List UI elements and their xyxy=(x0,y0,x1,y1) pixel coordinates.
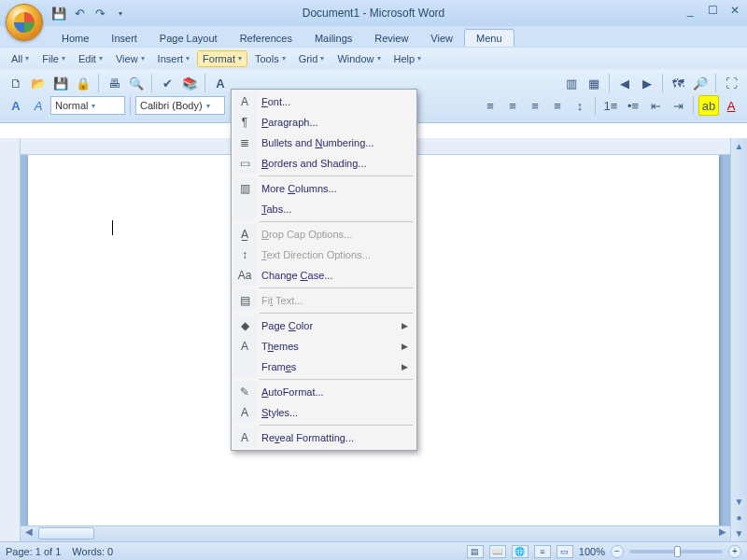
tab-home[interactable]: Home xyxy=(50,30,100,47)
justify-icon[interactable]: ≡ xyxy=(547,95,568,116)
spelling-icon[interactable]: ✔ xyxy=(157,73,177,93)
browse-prev-icon[interactable]: ● xyxy=(731,510,747,525)
menu-window[interactable]: Window▾ xyxy=(331,50,386,67)
permission-icon[interactable]: 🔒 xyxy=(73,73,93,93)
zoom-out-button[interactable]: − xyxy=(611,545,624,558)
menu-edit[interactable]: Edit▾ xyxy=(73,50,108,67)
research-icon[interactable]: 📚 xyxy=(179,73,200,93)
align-left-icon[interactable]: ≡ xyxy=(480,95,500,116)
format-menu-item[interactable]: Frames▶ xyxy=(233,357,415,377)
scroll-down-icon[interactable]: ▼ xyxy=(731,494,747,510)
menu-help[interactable]: Help▾ xyxy=(388,50,428,67)
save-icon[interactable]: 💾 xyxy=(50,73,71,93)
restore-button[interactable]: ☐ xyxy=(706,4,719,17)
open-icon[interactable]: 📂 xyxy=(28,73,49,93)
increase-indent-icon[interactable]: ⇥ xyxy=(668,95,688,116)
scroll-left-icon[interactable]: ◀ xyxy=(21,526,36,541)
minimize-button[interactable]: _ xyxy=(684,4,697,17)
zoom-in-button[interactable]: + xyxy=(728,545,741,558)
format-menu-item[interactable]: ▥More Columns... xyxy=(233,178,415,199)
zoom-fit-icon[interactable]: ⛶ xyxy=(721,73,741,93)
undo-icon[interactable]: ↶ xyxy=(71,5,88,21)
bullets-icon[interactable]: •≡ xyxy=(623,95,643,116)
font-dialog-icon[interactable]: A xyxy=(210,73,231,93)
zoom-level[interactable]: 100% xyxy=(579,546,605,557)
tab-review[interactable]: Review xyxy=(363,30,419,47)
new-icon[interactable]: 🗋 xyxy=(6,73,26,93)
decrease-indent-icon[interactable]: ⇤ xyxy=(645,95,666,116)
draft-view-icon[interactable]: ▭ xyxy=(557,545,573,558)
columns-icon[interactable]: ▥ xyxy=(561,73,582,93)
format-menu-item[interactable]: AFont... xyxy=(233,91,415,112)
format-menu-item[interactable]: ◆Page Color▶ xyxy=(233,315,415,336)
indent-icon[interactable]: ▶ xyxy=(637,73,657,93)
line-spacing-icon[interactable]: ↕ xyxy=(570,95,590,116)
highlight-icon[interactable]: ab xyxy=(698,95,719,116)
menu-tools[interactable]: Tools▾ xyxy=(249,50,291,67)
menu-file[interactable]: File▾ xyxy=(36,50,71,67)
outdent-icon[interactable]: ◀ xyxy=(614,73,635,93)
align-center-icon[interactable]: ≡ xyxy=(502,95,523,116)
tab-references[interactable]: References xyxy=(229,30,303,47)
office-button[interactable] xyxy=(6,4,43,41)
menu-item-label: Fit Text... xyxy=(256,295,402,306)
full-screen-view-icon[interactable]: 📖 xyxy=(489,545,506,558)
vertical-ruler[interactable] xyxy=(0,138,21,541)
close-button[interactable]: ✕ xyxy=(728,4,741,17)
clear-format-icon[interactable]: A xyxy=(28,95,49,116)
web-layout-view-icon[interactable]: 🌐 xyxy=(512,545,529,558)
redo-icon[interactable]: ↷ xyxy=(92,5,108,21)
qat-customize-icon[interactable]: ▾ xyxy=(112,5,129,21)
menu-item-icon: ▥ xyxy=(233,178,256,199)
menu-grid[interactable]: Grid▾ xyxy=(293,50,331,67)
menu-format[interactable]: Format▾ xyxy=(197,50,247,67)
align-right-icon[interactable]: ≡ xyxy=(525,95,545,116)
menu-item-label: Reveal Formatting... xyxy=(256,432,402,443)
menu-item-label: AutoFormat... xyxy=(256,386,402,398)
menu-item-icon: ↕ xyxy=(233,245,256,265)
format-menu-item[interactable]: ▭Borders and Shading... xyxy=(233,153,415,174)
tab-view[interactable]: View xyxy=(419,30,464,47)
menu-item-icon: ◆ xyxy=(233,315,256,336)
find-icon[interactable]: 🔎 xyxy=(690,73,711,93)
tab-menu[interactable]: Menu xyxy=(464,29,514,47)
zoom-slider[interactable] xyxy=(629,550,723,553)
save-icon[interactable]: 💾 xyxy=(50,5,67,21)
menu-item-label: Text Direction Options... xyxy=(256,249,402,260)
format-menu-item[interactable]: ✎AutoFormat... xyxy=(233,382,415,402)
browse-next-icon[interactable]: ▼ xyxy=(731,525,747,541)
status-words[interactable]: Words: 0 xyxy=(72,546,113,557)
menu-item-label: Borders and Shading... xyxy=(256,158,402,169)
vertical-scrollbar[interactable]: ▲ ▼ ● ▼ xyxy=(730,138,747,541)
tab-insert[interactable]: Insert xyxy=(100,30,148,47)
menu-view[interactable]: View▾ xyxy=(110,50,150,67)
horizontal-scrollbar[interactable]: ◀ ▶ xyxy=(21,525,730,541)
menu-insert[interactable]: Insert▾ xyxy=(152,50,196,67)
font-combo[interactable]: Calibri (Body)▾ xyxy=(135,96,225,115)
table-icon[interactable]: ▦ xyxy=(584,73,604,93)
tab-mailings[interactable]: Mailings xyxy=(303,30,363,47)
format-menu-item[interactable]: AReveal Formatting... xyxy=(233,427,415,448)
menu-item-label: Paragraph... xyxy=(256,117,402,128)
menu-item-label: Drop Cap Options... xyxy=(256,229,402,240)
doc-map-icon[interactable]: 🗺 xyxy=(668,73,688,93)
print-layout-view-icon[interactable]: ▤ xyxy=(467,545,484,558)
format-menu-item[interactable]: AaChange Case... xyxy=(233,265,415,286)
outline-view-icon[interactable]: ≡ xyxy=(534,545,551,558)
print-icon[interactable]: 🖶 xyxy=(104,73,124,93)
numbering-icon[interactable]: 1≡ xyxy=(600,95,621,116)
format-menu-item[interactable]: AStyles... xyxy=(233,402,415,423)
menu-all[interactable]: All▾ xyxy=(6,50,35,67)
print-preview-icon[interactable]: 🔍 xyxy=(126,73,147,93)
styles-pane-icon[interactable]: A xyxy=(6,95,26,116)
scroll-up-icon[interactable]: ▲ xyxy=(731,138,747,154)
format-menu-item[interactable]: Tabs... xyxy=(233,199,415,219)
format-menu-item[interactable]: ≣Bullets and Numbering... xyxy=(233,133,415,153)
format-menu-item[interactable]: AThemes▶ xyxy=(233,336,415,357)
tab-page-layout[interactable]: Page Layout xyxy=(148,30,229,47)
style-combo[interactable]: Normal▾ xyxy=(50,96,125,115)
status-page[interactable]: Page: 1 of 1 xyxy=(6,546,61,557)
font-color-icon[interactable]: A xyxy=(721,95,741,116)
format-menu-item[interactable]: ¶Paragraph... xyxy=(233,112,415,133)
scroll-right-icon[interactable]: ▶ xyxy=(714,526,730,541)
